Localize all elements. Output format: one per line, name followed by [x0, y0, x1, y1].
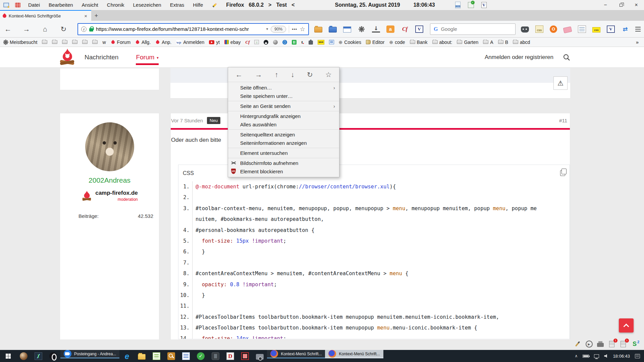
nav-forum[interactable]: Forum ▾ — [136, 47, 158, 67]
bookmark-w[interactable]: w — [102, 40, 106, 45]
scroll-up-icon[interactable]: ↑ — [275, 71, 278, 79]
taskbar-window-firefox-1[interactable]: Kontext-Menü Schrift... — [267, 350, 325, 358]
css-doc-icon[interactable] — [535, 25, 543, 33]
page-actions-icon[interactable]: ••• — [292, 27, 297, 32]
bookmark-about:[interactable]: about: — [432, 40, 452, 45]
css-yellow-icon[interactable] — [592, 27, 600, 33]
menu-item-seite-an-gerät-senden[interactable]: Seite an Gerät senden› — [228, 102, 339, 110]
menubar-item-chronik[interactable]: Chronik — [103, 0, 129, 10]
code-body[interactable]: 1.@-moz-document url-prefix(chrome://bro… — [178, 181, 570, 339]
campfirefox-icon[interactable] — [401, 25, 409, 33]
avatar[interactable] — [85, 122, 134, 171]
clock[interactable]: 18:06:43 — [613, 354, 630, 359]
bookmark-garten[interactable]: Garten — [457, 40, 478, 45]
calendar-icon[interactable] — [15, 3, 20, 7]
reload-button[interactable]: ↻ — [59, 23, 68, 35]
taskbar-window-thunderbird[interactable]: Posteingang - Andrea... — [60, 350, 119, 358]
reload-icon[interactable]: ↻ — [307, 71, 313, 79]
minimize-button[interactable]: − — [598, 0, 613, 10]
restore-button[interactable] — [613, 0, 629, 10]
bookmark-a[interactable]: A — [483, 40, 493, 45]
bookmark-star-icon[interactable]: ☆ — [325, 71, 332, 79]
taskbar-redmon[interactable] — [237, 350, 252, 362]
bookmark-folder[interactable] — [62, 40, 67, 44]
url-text[interactable]: https://www.camp-firefox.de/forum/thema/… — [96, 26, 264, 32]
menu-hamburger-icon[interactable] — [635, 27, 641, 32]
bookmark-dl[interactable] — [254, 40, 259, 44]
folder-blue-icon[interactable] — [329, 27, 337, 33]
v-extension-icon[interactable] — [415, 25, 423, 33]
start-button[interactable] — [0, 350, 16, 362]
search-placeholder[interactable]: Google — [441, 26, 457, 32]
network-icon[interactable] — [594, 354, 599, 358]
post-timestamp[interactable]: Vor 7 Stunden — [171, 118, 203, 123]
bookmark-folder[interactable] — [72, 40, 77, 44]
bookmark-folder[interactable] — [42, 40, 47, 44]
menu-item-seitenquelltext-anzeigen[interactable]: Seitenquelltext anzeigen — [228, 130, 339, 139]
session-manager-icon[interactable] — [3, 3, 9, 7]
bookmark-puzzle[interactable] — [309, 40, 313, 45]
taskbar-bluenote[interactable] — [178, 350, 193, 362]
taskbar-keepass[interactable] — [164, 350, 178, 362]
taskbar-avcheck[interactable] — [193, 350, 208, 362]
bookmarks-overflow-icon[interactable]: » — [634, 39, 641, 45]
menubar-item-bearbeiten[interactable]: Bearbeiten — [44, 0, 77, 10]
taskbar-window-firefox-2[interactable]: Kontext-Menü Schrift... — [325, 350, 383, 358]
css-file-icon[interactable] — [455, 2, 461, 8]
gear-icon[interactable] — [360, 27, 363, 31]
calendar-check-icon[interactable] — [468, 2, 474, 8]
bookmark-bank[interactable]: Bank — [410, 40, 428, 45]
menu-item-seiteninformationen-anzeigen[interactable]: Seiteninformationen anzeigen — [228, 139, 339, 147]
tab-close-icon[interactable]: × — [83, 13, 89, 19]
eraser-icon[interactable] — [563, 26, 572, 33]
bookmark-b[interactable]: B — [498, 40, 508, 45]
bookmark-abcd[interactable]: abcd — [513, 40, 530, 45]
bookmark-greenb[interactable] — [292, 40, 297, 45]
bookmark-folder[interactable] — [52, 40, 57, 44]
taskbar-npp[interactable] — [149, 350, 164, 362]
close-button[interactable]: × — [629, 0, 644, 10]
battery-icon[interactable] — [583, 355, 589, 358]
bookmark-tdot[interactable] — [301, 40, 304, 45]
forward-icon[interactable]: → — [255, 71, 262, 79]
menubar-item-datei[interactable]: Datei — [24, 0, 44, 10]
taskbar-cam[interactable] — [252, 350, 267, 362]
document-badge-icon[interactable]: 1 — [619, 340, 627, 348]
play-icon[interactable]: ▶ — [585, 340, 593, 348]
menu-item-bildschirmfoto-aufnehmen[interactable]: Bildschirmfoto aufnehmen — [228, 159, 339, 167]
bookmark-folder[interactable] — [92, 40, 98, 44]
active-tab[interactable]: Kontext-Menü Schriftgröße × — [0, 10, 91, 21]
downloads-icon[interactable] — [372, 25, 380, 33]
volume-icon[interactable] — [604, 354, 608, 358]
page-info-icon[interactable]: i — [81, 26, 87, 32]
mask-icon[interactable] — [521, 26, 529, 33]
bookmark-star-icon[interactable]: ☆ — [300, 25, 305, 33]
bookmark-cookies[interactable]: Cookies — [339, 40, 361, 45]
notes-icon[interactable] — [578, 25, 586, 33]
bookmark-github[interactable] — [264, 40, 268, 45]
bookmark-forum[interactable]: Forum — [111, 40, 130, 45]
search-bar[interactable]: G Google — [430, 23, 516, 35]
sync-icon[interactable] — [621, 25, 629, 33]
taskbar-edge[interactable] — [119, 350, 134, 362]
bookmark-allg.[interactable]: Allg. — [135, 40, 151, 45]
taskbar-perf[interactable] — [31, 350, 46, 362]
home-button[interactable]: ⌂ — [41, 23, 50, 35]
zoom-level-badge[interactable]: 90% — [271, 26, 286, 33]
url-dropdown-icon[interactable]: ▾ — [266, 27, 268, 31]
url-bar[interactable]: i https://www.camp-firefox.de/forum/them… — [77, 23, 309, 35]
login-link[interactable]: Anmelden oder registrieren — [485, 54, 553, 61]
author-username[interactable]: 2002Andreas — [89, 176, 130, 184]
report-post-button[interactable]: ⚠ — [553, 76, 568, 90]
new-tab-button[interactable]: + — [91, 11, 101, 21]
taskbar-opera[interactable] — [46, 350, 60, 362]
v-extension-icon[interactable] — [607, 25, 615, 33]
back-icon[interactable]: ← — [235, 71, 243, 79]
bookmark-meistbesucht[interactable]: Meistbesucht — [3, 40, 37, 45]
menubar-item-hilfe[interactable]: Hilfe — [189, 0, 207, 10]
action-center-icon[interactable] — [635, 354, 640, 358]
v-icon[interactable]: V — [481, 2, 487, 8]
menubar-item-extras[interactable]: Extras — [166, 0, 189, 10]
copy-code-icon[interactable] — [560, 170, 565, 176]
bookmark-folder[interactable] — [82, 40, 88, 44]
